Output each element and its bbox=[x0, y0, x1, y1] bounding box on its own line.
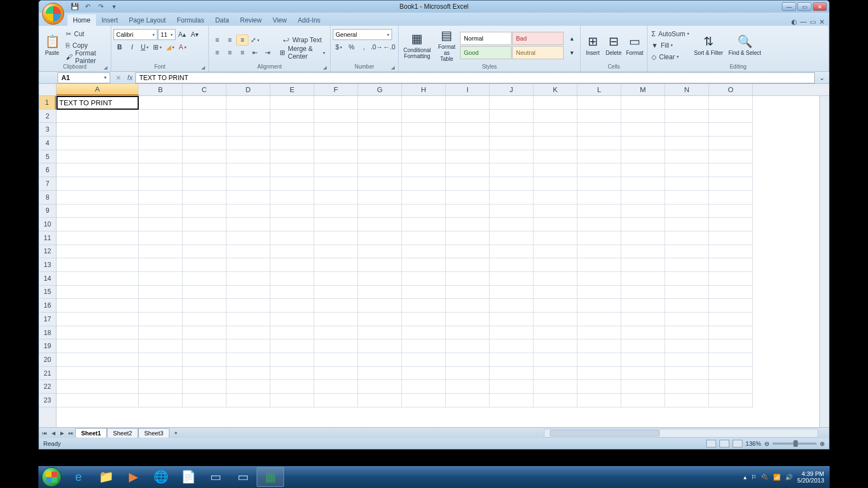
cell-H5[interactable] bbox=[402, 150, 446, 164]
cell-B1[interactable] bbox=[139, 96, 183, 110]
cell-D23[interactable] bbox=[226, 394, 270, 407]
cell-D4[interactable] bbox=[226, 137, 270, 150]
cell-G10[interactable] bbox=[358, 218, 402, 231]
cell-I17[interactable] bbox=[446, 313, 490, 326]
cell-B18[interactable] bbox=[139, 326, 183, 340]
cell-L2[interactable] bbox=[577, 110, 621, 123]
cell-B6[interactable] bbox=[139, 163, 183, 177]
cell-C20[interactable] bbox=[183, 353, 226, 367]
cell-N11[interactable] bbox=[665, 231, 709, 245]
cell-M3[interactable] bbox=[621, 123, 665, 137]
cell-N15[interactable] bbox=[665, 286, 709, 299]
currency-button[interactable]: $▾ bbox=[333, 42, 345, 53]
cell-A23[interactable] bbox=[56, 394, 139, 407]
cell-A15[interactable] bbox=[56, 286, 139, 299]
cell-G6[interactable] bbox=[358, 163, 402, 177]
column-header-F[interactable]: F bbox=[314, 84, 358, 95]
cell-N10[interactable] bbox=[665, 218, 709, 231]
cell-N2[interactable] bbox=[665, 110, 709, 123]
row-header-21[interactable]: 21 bbox=[39, 367, 56, 381]
cell-D18[interactable] bbox=[226, 326, 270, 340]
cell-A5[interactable] bbox=[56, 150, 139, 164]
cell-N18[interactable] bbox=[665, 326, 709, 340]
cell-J8[interactable] bbox=[490, 191, 534, 205]
qat-save[interactable]: 💾 bbox=[70, 2, 80, 12]
cell-H6[interactable] bbox=[402, 163, 446, 177]
cell-N20[interactable] bbox=[665, 353, 709, 367]
sheet-tab-1[interactable]: Sheet1 bbox=[75, 428, 107, 438]
cell-M12[interactable] bbox=[621, 245, 665, 259]
cell-I2[interactable] bbox=[446, 110, 490, 123]
cell-J5[interactable] bbox=[490, 150, 534, 164]
cell-O3[interactable] bbox=[709, 123, 753, 137]
cell-F10[interactable] bbox=[314, 218, 358, 231]
cell-A8[interactable] bbox=[56, 191, 139, 205]
cell-F18[interactable] bbox=[314, 326, 358, 340]
cell-A14[interactable] bbox=[56, 272, 139, 286]
qat-redo[interactable]: ↷ bbox=[96, 2, 106, 12]
cell-M2[interactable] bbox=[621, 110, 665, 123]
cell-L1[interactable] bbox=[577, 96, 621, 110]
cell-N6[interactable] bbox=[665, 163, 709, 177]
cell-B7[interactable] bbox=[139, 177, 183, 191]
cell-G19[interactable] bbox=[358, 339, 402, 353]
cell-M5[interactable] bbox=[621, 150, 665, 164]
cell-I18[interactable] bbox=[446, 326, 490, 340]
cell-L18[interactable] bbox=[577, 326, 621, 340]
cell-H19[interactable] bbox=[402, 339, 446, 353]
cell-K13[interactable] bbox=[534, 258, 577, 272]
cell-B16[interactable] bbox=[139, 299, 183, 313]
cell-J20[interactable] bbox=[490, 353, 534, 367]
cell-D10[interactable] bbox=[226, 218, 270, 231]
cell-O6[interactable] bbox=[709, 163, 753, 177]
cell-J19[interactable] bbox=[490, 339, 534, 353]
cell-H23[interactable] bbox=[402, 394, 446, 407]
conditional-formatting-button[interactable]: ▦Conditional Formatting bbox=[401, 28, 433, 63]
tab-home[interactable]: Home bbox=[67, 14, 96, 26]
cell-G23[interactable] bbox=[358, 394, 402, 407]
column-header-N[interactable]: N bbox=[665, 84, 709, 95]
row-header-15[interactable]: 15 bbox=[39, 286, 56, 299]
font-launcher[interactable]: ◢ bbox=[201, 65, 205, 70]
cell-L4[interactable] bbox=[577, 137, 621, 150]
vertical-scrollbar[interactable] bbox=[819, 96, 829, 427]
tray-show-hidden-icon[interactable]: ▴ bbox=[744, 474, 747, 481]
cell-C9[interactable] bbox=[183, 205, 226, 218]
cell-K8[interactable] bbox=[534, 191, 577, 205]
cell-C5[interactable] bbox=[183, 150, 226, 164]
merge-center-button[interactable]: ⊞ Merge & Center▾ bbox=[277, 47, 328, 58]
sort-filter-button[interactable]: ⇅Sort & Filter bbox=[692, 28, 725, 63]
cell-E19[interactable] bbox=[270, 339, 314, 353]
cell-G20[interactable] bbox=[358, 353, 402, 367]
cell-J16[interactable] bbox=[490, 299, 534, 313]
cell-L14[interactable] bbox=[577, 272, 621, 286]
cell-M15[interactable] bbox=[621, 286, 665, 299]
cell-H4[interactable] bbox=[402, 137, 446, 150]
cell-J7[interactable] bbox=[490, 177, 534, 191]
cell-A17[interactable] bbox=[56, 313, 139, 326]
cell-J14[interactable] bbox=[490, 272, 534, 286]
cell-B9[interactable] bbox=[139, 205, 183, 218]
cell-O13[interactable] bbox=[709, 258, 753, 272]
cell-D9[interactable] bbox=[226, 205, 270, 218]
number-format-combo[interactable]: General▾ bbox=[333, 29, 392, 40]
taskbar-notepad-icon[interactable]: 📄 bbox=[174, 467, 202, 487]
minimize-button[interactable]: — bbox=[782, 2, 796, 11]
cell-I21[interactable] bbox=[446, 367, 490, 381]
close-button[interactable]: ✕ bbox=[813, 2, 827, 11]
italic-button[interactable]: I bbox=[126, 42, 138, 53]
cell-O5[interactable] bbox=[709, 150, 753, 164]
cell-D7[interactable] bbox=[226, 177, 270, 191]
cell-L22[interactable] bbox=[577, 380, 621, 394]
cell-L17[interactable] bbox=[577, 313, 621, 326]
cell-C8[interactable] bbox=[183, 191, 226, 205]
cell-J12[interactable] bbox=[490, 245, 534, 259]
cell-C23[interactable] bbox=[183, 394, 226, 407]
cell-L19[interactable] bbox=[577, 339, 621, 353]
tab-addins[interactable]: Add-Ins bbox=[292, 14, 326, 26]
zoom-out-button[interactable]: ⊖ bbox=[764, 440, 769, 447]
cell-K17[interactable] bbox=[534, 313, 577, 326]
font-color-button[interactable]: A▾ bbox=[177, 42, 189, 53]
cell-O8[interactable] bbox=[709, 191, 753, 205]
cell-I1[interactable] bbox=[446, 96, 490, 110]
